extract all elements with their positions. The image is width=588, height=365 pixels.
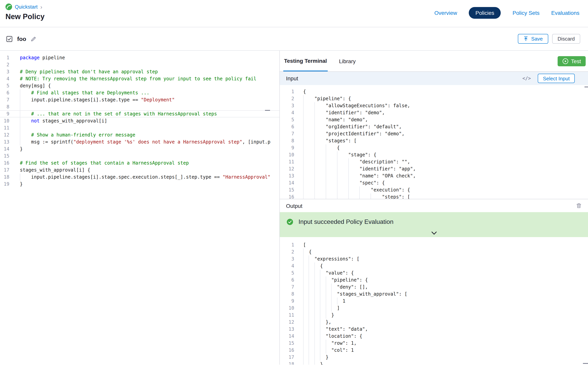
code-line: 16"steps": [	[280, 193, 588, 199]
code-line: 7input.pipeline.stages[i].stage.type == …	[0, 96, 279, 103]
code-view-icon[interactable]: </>	[522, 76, 531, 81]
code-line: 5"name": "demo",	[280, 116, 588, 123]
indent-guide	[320, 290, 326, 298]
nav-policies[interactable]: Policies	[469, 7, 501, 19]
code-line: 9{	[280, 144, 588, 151]
indent-guide	[337, 193, 348, 199]
discard-button[interactable]: Discard	[552, 34, 580, 44]
indent-guide	[303, 130, 315, 137]
nav-overview[interactable]: Overview	[434, 10, 457, 16]
indent-guide	[326, 347, 331, 354]
chevron-down-icon[interactable]	[431, 231, 437, 235]
line-number: 11	[0, 124, 9, 131]
indent-guide	[303, 116, 315, 123]
line-number: 1	[280, 241, 294, 248]
save-button[interactable]: Save	[518, 34, 548, 44]
indent-guide	[315, 361, 320, 365]
save-arrow-icon	[524, 36, 529, 41]
indent-guide	[320, 283, 326, 290]
indent-guide	[303, 186, 315, 193]
indent-guide	[348, 179, 359, 186]
line-number: 3	[280, 102, 294, 109]
policy-icon	[6, 35, 13, 42]
edit-name-icon[interactable]	[31, 36, 36, 42]
output-json-editor[interactable]: 1[2{3"expressions": [4{5"value": {6"pipe…	[280, 237, 588, 365]
indent-guide	[309, 319, 315, 326]
code-line: 17stages_with_approval[i] {	[0, 167, 279, 174]
indent-guide	[326, 340, 331, 347]
code-line: 15"execution": {	[280, 186, 588, 193]
indent-guide	[326, 186, 337, 193]
rego-policy-editor[interactable]: 1package pipeline23# Deny pipelines that…	[0, 51, 280, 365]
code-line: 14"location": {	[280, 333, 588, 340]
line-number: 16	[280, 347, 294, 354]
indent-guide	[315, 283, 320, 290]
line-number: 4	[280, 262, 294, 269]
indent-guide	[303, 312, 309, 319]
code-line: 3"allowStageExecutions": false,	[280, 102, 588, 109]
code-line: 14}	[0, 146, 279, 153]
delete-output-icon[interactable]	[576, 203, 582, 209]
code-line: 16# Find the set of stages that contain …	[0, 160, 279, 167]
line-number: 2	[280, 95, 294, 102]
indent-guide	[315, 172, 326, 179]
code-line: 18input.pipeline.stages[i].stage.spec.ex…	[0, 174, 279, 181]
indent-guide	[359, 186, 371, 193]
nav-policy-sets[interactable]: Policy Sets	[513, 10, 540, 16]
indent-guide	[303, 305, 309, 312]
breadcrumb-project-link[interactable]: Quickstart	[15, 4, 38, 10]
indent-guide	[320, 305, 326, 312]
test-button[interactable]: Test	[558, 56, 586, 66]
tab-testing-terminal[interactable]: Testing Terminal	[283, 51, 328, 71]
line-number: 12	[0, 131, 9, 138]
code-line: 13"text": "data",	[280, 326, 588, 333]
code-line: 5deny[msg] {	[0, 82, 279, 89]
nav-evaluations[interactable]: Evaluations	[551, 10, 579, 16]
select-input-button[interactable]: Select Input	[538, 74, 575, 83]
indent-guide	[320, 269, 326, 276]
success-check-icon	[287, 219, 293, 225]
test-button-label: Test	[571, 58, 581, 64]
indent-guide	[337, 298, 342, 305]
page-header: Quickstart › New Policy Overview Policie…	[0, 0, 588, 27]
code-line: 3"expressions": [	[280, 255, 588, 262]
indent-guide	[315, 179, 326, 186]
output-section-header: Output	[280, 199, 588, 212]
indent-guide	[20, 117, 31, 124]
indent-guide	[320, 276, 326, 283]
code-line: 8	[0, 103, 279, 110]
indent-guide	[315, 130, 326, 137]
code-line: 4# NOTE: Try removing the HarnessApprova…	[0, 75, 279, 82]
indent-guide	[303, 347, 309, 354]
indent-guide	[303, 158, 315, 165]
indent-guide	[303, 361, 309, 365]
code-line: 10]	[280, 305, 588, 312]
scroll-marker	[583, 363, 588, 364]
indent-guide	[315, 326, 320, 333]
indent-guide	[309, 262, 315, 269]
indent-guide	[303, 144, 315, 151]
line-number: 9	[280, 144, 294, 151]
indent-guide	[331, 283, 337, 290]
input-json-editor[interactable]: 1{2"pipeline": {3"allowStageExecutions":…	[280, 85, 588, 199]
indent-guide	[309, 276, 315, 283]
tab-library[interactable]: Library	[338, 51, 356, 71]
indent-guide	[315, 340, 320, 347]
indent-guide	[303, 269, 309, 276]
code-line: 9# ... that are not in the set of stages…	[0, 110, 279, 117]
output-section-title: Output	[286, 203, 302, 209]
indent-guide	[326, 172, 337, 179]
code-line: 1[	[280, 241, 588, 248]
indent-guide	[326, 193, 337, 199]
indent-guide	[315, 319, 320, 326]
output-code-lines: 1[2{3"expressions": [4{5"value": {6"pipe…	[280, 241, 588, 365]
line-number: 7	[280, 283, 294, 290]
code-line: 6"orgIdentifier": "default",	[280, 123, 588, 130]
evaluation-success-banner[interactable]: Input succeeded Policy Evaluation	[280, 212, 588, 237]
indent-guide	[315, 186, 326, 193]
indent-guide	[303, 172, 315, 179]
indent-guide	[309, 269, 315, 276]
line-number: 5	[280, 116, 294, 123]
policy-nav: Overview Policies Policy Sets Evaluation…	[434, 0, 580, 26]
harness-logo-icon	[6, 4, 12, 10]
